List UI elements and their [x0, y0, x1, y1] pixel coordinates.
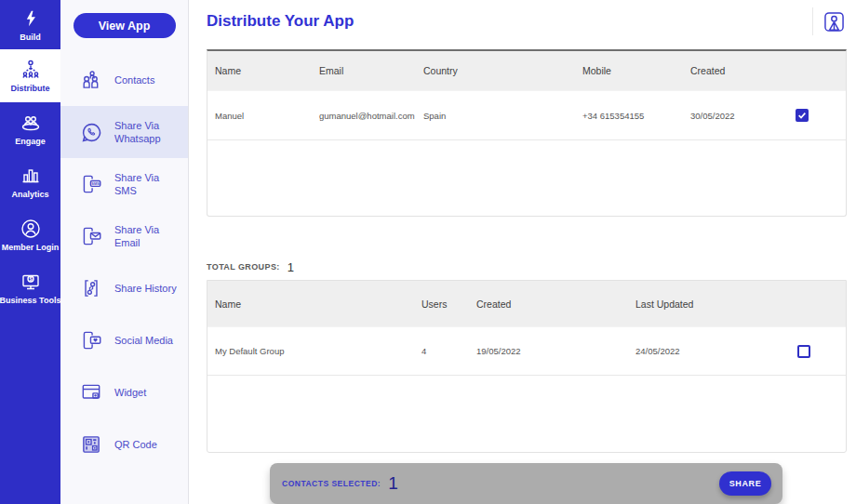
groups-table: Name Users Created Last Updated My Defau…: [207, 280, 847, 453]
distribute-icon: [20, 59, 42, 81]
column-header-country: Country: [423, 65, 582, 76]
whatsapp-icon: [79, 120, 103, 144]
group-last-updated: 24/05/2022: [635, 346, 796, 356]
sidebar-item-engage[interactable]: Engage: [0, 102, 60, 155]
column-header-created: Created: [690, 65, 795, 76]
qr-code-icon: [79, 432, 103, 457]
social-media-icon: [79, 328, 103, 352]
main-header: Distribute Your App: [207, 0, 847, 40]
menu-item-label: QR Code: [114, 438, 157, 451]
business-tools-icon: $: [20, 271, 42, 293]
sidebar-item-label: Distribute: [10, 84, 49, 93]
total-groups-value: 1: [288, 260, 294, 274]
widget-icon: [79, 380, 103, 405]
table-row: Manuel gumanuel@hotmail.com Spain +34 61…: [207, 90, 846, 140]
svg-text:$: $: [29, 276, 32, 282]
table-row: My Default Group 4 19/05/2022 24/05/2022: [207, 326, 846, 376]
sidebar-item-analytics[interactable]: Analytics: [0, 155, 60, 208]
add-contact-icon[interactable]: [822, 9, 847, 34]
page-title: Distribute Your App: [207, 12, 354, 31]
groups-table-header: Name Users Created Last Updated: [207, 281, 846, 326]
menu-item-label: Widget: [114, 386, 146, 399]
contacts-selected-value: 1: [388, 473, 398, 494]
contact-row-checkbox[interactable]: [796, 109, 809, 122]
group-name: My Default Group: [215, 346, 421, 356]
sidebar-item-label: Analytics: [11, 190, 48, 199]
group-row-checkbox[interactable]: [797, 345, 810, 358]
view-app-button[interactable]: View App: [74, 13, 176, 38]
group-created: 19/05/2022: [476, 346, 635, 356]
column-header-mobile: Mobile: [582, 65, 690, 76]
sidebar-item-distribute[interactable]: Distribute: [0, 49, 60, 102]
sidebar-item-member-login[interactable]: Member Login: [0, 208, 60, 261]
sidebar-item-build[interactable]: Build: [0, 0, 60, 49]
total-groups: TOTAL GROUPS: 1: [207, 259, 847, 274]
menu-item-label: Social Media: [114, 334, 173, 347]
email-icon: [79, 224, 103, 248]
menu-item-contacts[interactable]: Contacts: [60, 54, 188, 106]
menu-item-label: Share Via SMS: [114, 171, 181, 198]
menu-item-share-history[interactable]: Share History: [60, 262, 188, 314]
menu-item-label: Share Via Whatsapp: [114, 119, 181, 146]
column-header-last-updated: Last Updated: [635, 298, 796, 310]
contacts-selected-label: CONTACTS SELECTED:: [282, 479, 381, 488]
sidebar-item-label: Build: [20, 33, 41, 42]
sidebar-item-label: Engage: [15, 137, 46, 146]
contacts-icon: [79, 68, 103, 92]
sidebar-item-label: Business Tools: [0, 296, 60, 305]
column-header-created: Created: [476, 298, 635, 310]
groups-table-empty-area: [207, 376, 846, 452]
share-button[interactable]: SHARE: [719, 471, 771, 496]
contacts-table-empty-area: [207, 140, 846, 216]
sidebar-item-business-tools[interactable]: $ Business Tools: [0, 261, 60, 314]
column-header-email: Email: [319, 65, 423, 76]
primary-sidebar: Build Distribute Engage: [0, 0, 60, 504]
menu-item-social-media[interactable]: Social Media: [60, 314, 188, 366]
menu-item-label: Contacts: [114, 73, 154, 86]
menu-item-qr-code[interactable]: QR Code: [60, 418, 188, 471]
contact-email: gumanuel@hotmail.com: [319, 111, 423, 121]
menu-item-label: Share Via Email: [114, 223, 181, 250]
menu-item-widget[interactable]: Widget: [60, 366, 188, 418]
contact-country: Spain: [423, 111, 582, 121]
main-content: Distribute Your App Name Email Country M…: [189, 0, 856, 504]
share-history-icon: [79, 276, 103, 300]
engage-icon: [20, 112, 42, 134]
column-header-name: Name: [215, 298, 421, 310]
column-header-users: Users: [421, 298, 476, 310]
contact-mobile: +34 615354155: [582, 111, 690, 121]
secondary-sidebar: View App Contacts Share Via Whatsapp: [60, 0, 189, 504]
sidebar-item-label: Member Login: [2, 243, 60, 252]
contacts-table-header: Name Email Country Mobile Created: [207, 51, 846, 90]
svg-text:SMS: SMS: [91, 181, 100, 186]
contact-created: 30/05/2022: [690, 111, 795, 121]
menu-item-share-via-sms[interactable]: SMS Share Via SMS: [60, 158, 188, 210]
menu-item-share-via-whatsapp[interactable]: Share Via Whatsapp: [60, 106, 188, 158]
column-header-name: Name: [215, 65, 319, 76]
contact-name: Manuel: [215, 111, 319, 121]
analytics-icon: [20, 165, 42, 187]
lightning-icon: [20, 7, 42, 30]
group-users: 4: [421, 346, 476, 356]
sms-icon: SMS: [79, 172, 103, 196]
app-window: Build Distribute Engage: [0, 0, 856, 504]
menu-item-label: Share History: [114, 282, 177, 295]
contacts-table: Name Email Country Mobile Created Manuel…: [207, 49, 847, 217]
selection-bar: CONTACTS SELECTED: 1 SHARE: [270, 463, 782, 504]
member-login-icon: [20, 218, 42, 240]
total-groups-label: TOTAL GROUPS:: [207, 262, 280, 272]
header-actions: [812, 7, 847, 35]
menu-item-share-via-email[interactable]: Share Via Email: [60, 210, 188, 262]
